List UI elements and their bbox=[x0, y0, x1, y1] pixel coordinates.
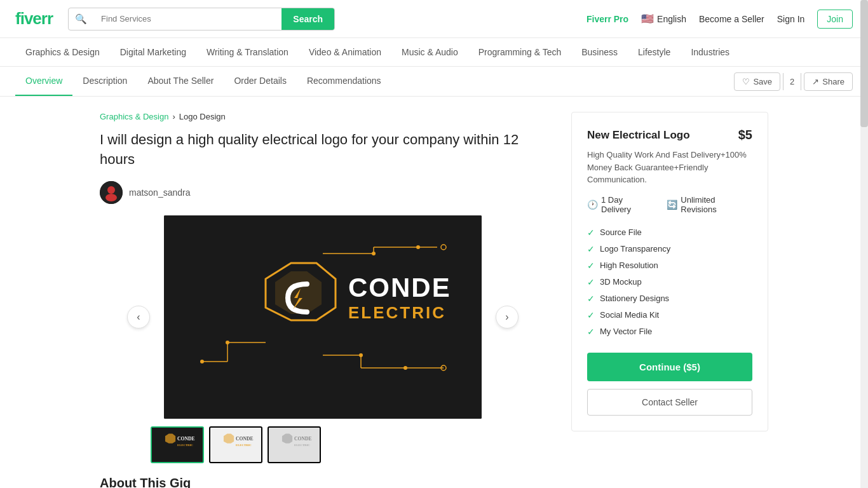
sign-in-link[interactable]: Sign In bbox=[777, 14, 805, 24]
share-button[interactable]: ↗ Share bbox=[804, 72, 853, 91]
nav-item-programming[interactable]: Programming & Tech bbox=[468, 38, 571, 66]
feature-label: Logo Transparency bbox=[600, 244, 670, 254]
features-list: ✓ Source File ✓ Logo Transparency ✓ High… bbox=[587, 224, 752, 340]
save-label: Save bbox=[753, 77, 772, 86]
search-bar: 🔍 Search bbox=[68, 8, 335, 30]
feature-label: My Vector File bbox=[600, 327, 652, 336]
share-label: Share bbox=[822, 77, 844, 86]
search-icon: 🔍 bbox=[69, 8, 93, 30]
feature-transparency: ✓ Logo Transparency bbox=[587, 241, 752, 257]
svg-text:CONDE: CONDE bbox=[236, 436, 253, 442]
become-seller-link[interactable]: Become a Seller bbox=[699, 14, 764, 24]
nav-item-music[interactable]: Music & Audio bbox=[391, 38, 468, 66]
scrollbar-track[interactable] bbox=[860, 0, 868, 488]
right-column: New Electrical Logo $5 High Quality Work… bbox=[571, 112, 768, 488]
pricing-meta: 🕐 1 Day Delivery 🔄 Unlimited Revisions bbox=[587, 195, 752, 214]
delivery-label: 1 Day Delivery bbox=[601, 195, 654, 214]
tab-description[interactable]: Description bbox=[72, 67, 137, 96]
check-icon: ✓ bbox=[587, 310, 595, 320]
feature-vector: ✓ My Vector File bbox=[587, 323, 752, 340]
main-logo-image: CONDE ELECTRIC bbox=[164, 215, 482, 419]
svg-point-1 bbox=[107, 186, 115, 194]
nav-item-industries[interactable]: Industries bbox=[681, 38, 740, 66]
header: fiverr 🔍 Search Fiverr Pro 🇺🇸 English Be… bbox=[0, 0, 868, 38]
seller-info: matson_sandra bbox=[100, 181, 546, 204]
thumbnail-1[interactable]: CONDE ELECTRIC bbox=[151, 426, 204, 463]
tab-order-details[interactable]: Order Details bbox=[224, 67, 296, 96]
svg-text:ELECTRIC: ELECTRIC bbox=[348, 303, 446, 322]
tab-recommendations[interactable]: Recommendations bbox=[297, 67, 391, 96]
seller-name[interactable]: matson_sandra bbox=[129, 187, 191, 198]
delivery-meta: 🕐 1 Day Delivery bbox=[587, 195, 654, 214]
breadcrumb: Graphics & Design › Logo Design bbox=[100, 112, 546, 121]
image-carousel: ‹ bbox=[100, 215, 546, 419]
pricing-header: New Electrical Logo $5 bbox=[587, 128, 752, 142]
svg-text:CONDE: CONDE bbox=[294, 436, 311, 442]
thumbnail-3[interactable]: CONDE ELECTRIC bbox=[268, 426, 321, 463]
search-input[interactable] bbox=[93, 8, 281, 30]
svg-point-7 bbox=[372, 252, 376, 255]
tabs: Overview Description About The Seller Or… bbox=[15, 67, 391, 96]
main-nav: Graphics & Design Digital Marketing Writ… bbox=[0, 38, 868, 67]
scrollbar-thumb[interactable] bbox=[860, 0, 868, 127]
thumbnail-2[interactable]: CONDE ELECTRIC bbox=[209, 426, 262, 463]
svg-text:CONDE: CONDE bbox=[177, 436, 194, 442]
check-icon: ✓ bbox=[587, 244, 595, 254]
carousel-right: › bbox=[482, 306, 532, 329]
avatar bbox=[100, 181, 123, 204]
left-column: Graphics & Design › Logo Design I will d… bbox=[100, 112, 546, 488]
tab-overview[interactable]: Overview bbox=[15, 67, 72, 96]
prev-arrow[interactable]: ‹ bbox=[127, 306, 150, 329]
svg-marker-37 bbox=[282, 433, 292, 443]
svg-text:ELECTRIC: ELECTRIC bbox=[236, 444, 252, 447]
nav-item-video[interactable]: Video & Animation bbox=[299, 38, 391, 66]
nav-item-business[interactable]: Business bbox=[571, 38, 628, 66]
breadcrumb-separator: › bbox=[172, 112, 175, 121]
search-button[interactable]: Search bbox=[281, 8, 334, 30]
header-right: Fiverr Pro 🇺🇸 English Become a Seller Si… bbox=[587, 10, 853, 29]
svg-marker-29 bbox=[165, 433, 175, 443]
breadcrumb-child: Logo Design bbox=[179, 112, 226, 121]
svg-point-27 bbox=[200, 360, 204, 363]
save-button[interactable]: ♡ Save bbox=[734, 72, 780, 91]
nav-item-writing[interactable]: Writing & Translation bbox=[196, 38, 299, 66]
language-selector[interactable]: 🇺🇸 English bbox=[641, 13, 686, 25]
svg-text:ELECTRIC: ELECTRIC bbox=[177, 444, 193, 447]
check-icon: ✓ bbox=[587, 294, 595, 304]
feature-source-file: ✓ Source File bbox=[587, 224, 752, 241]
nav-item-digital[interactable]: Digital Marketing bbox=[110, 38, 196, 66]
feature-3d-mockup: ✓ 3D Mockup bbox=[587, 274, 752, 290]
revisions-meta: 🔄 Unlimited Revisions bbox=[667, 195, 752, 214]
feature-social-media: ✓ Social Media Kit bbox=[587, 307, 752, 323]
feature-label: 3D Mockup bbox=[600, 277, 642, 287]
feature-stationery: ✓ Stationery Designs bbox=[587, 290, 752, 307]
main-content: Graphics & Design › Logo Design I will d… bbox=[85, 97, 783, 488]
save-count: 2 bbox=[783, 73, 801, 90]
contact-seller-button[interactable]: Contact Seller bbox=[587, 389, 752, 416]
revisions-label: Unlimited Revisions bbox=[681, 195, 752, 214]
tab-about-seller[interactable]: About The Seller bbox=[137, 67, 224, 96]
join-button[interactable]: Join bbox=[817, 10, 853, 29]
feature-label: Social Media Kit bbox=[600, 310, 659, 320]
continue-button[interactable]: Continue ($5) bbox=[587, 353, 752, 381]
sub-nav: Overview Description About The Seller Or… bbox=[0, 67, 868, 97]
fiverr-logo[interactable]: fiverr bbox=[15, 9, 53, 29]
flag-icon: 🇺🇸 bbox=[641, 13, 654, 25]
carousel-main-image: CONDE ELECTRIC bbox=[164, 215, 482, 419]
next-arrow[interactable]: › bbox=[496, 306, 519, 329]
refresh-icon: 🔄 bbox=[667, 200, 677, 210]
about-gig-title: About This Gig bbox=[100, 476, 546, 488]
thumbnail-strip: CONDE ELECTRIC CONDE ELECTRIC CONDE ELEC… bbox=[151, 426, 546, 463]
language-label: English bbox=[657, 14, 686, 24]
nav-item-graphics[interactable]: Graphics & Design bbox=[15, 38, 110, 66]
sub-nav-actions: ♡ Save 2 ↗ Share bbox=[734, 72, 853, 91]
gig-title: I will design a high quality electrical … bbox=[100, 130, 546, 170]
check-icon: ✓ bbox=[587, 277, 595, 287]
breadcrumb-parent[interactable]: Graphics & Design bbox=[100, 112, 168, 121]
heart-icon: ♡ bbox=[742, 77, 750, 86]
svg-marker-33 bbox=[224, 433, 234, 443]
pricing-card: New Electrical Logo $5 High Quality Work… bbox=[571, 112, 768, 431]
fiverr-pro-link[interactable]: Fiverr Pro bbox=[587, 14, 628, 24]
feature-label: Source File bbox=[600, 227, 642, 237]
nav-item-lifestyle[interactable]: Lifestyle bbox=[628, 38, 681, 66]
